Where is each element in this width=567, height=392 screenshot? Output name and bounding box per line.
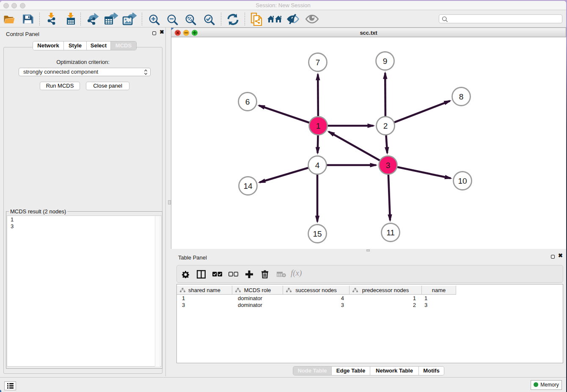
svg-text:6: 6 — [245, 97, 250, 106]
svg-text:1: 1 — [316, 121, 321, 130]
svg-text:10: 10 — [458, 177, 467, 185]
svg-text:14: 14 — [243, 182, 253, 190]
svg-text:9: 9 — [383, 57, 388, 66]
svg-text:4: 4 — [315, 161, 320, 170]
svg-text:3: 3 — [386, 161, 391, 170]
svg-text:8: 8 — [459, 92, 464, 101]
svg-text:2: 2 — [383, 121, 388, 130]
svg-text:15: 15 — [313, 229, 322, 238]
svg-text:11: 11 — [386, 228, 395, 237]
svg-text:7: 7 — [316, 58, 320, 67]
